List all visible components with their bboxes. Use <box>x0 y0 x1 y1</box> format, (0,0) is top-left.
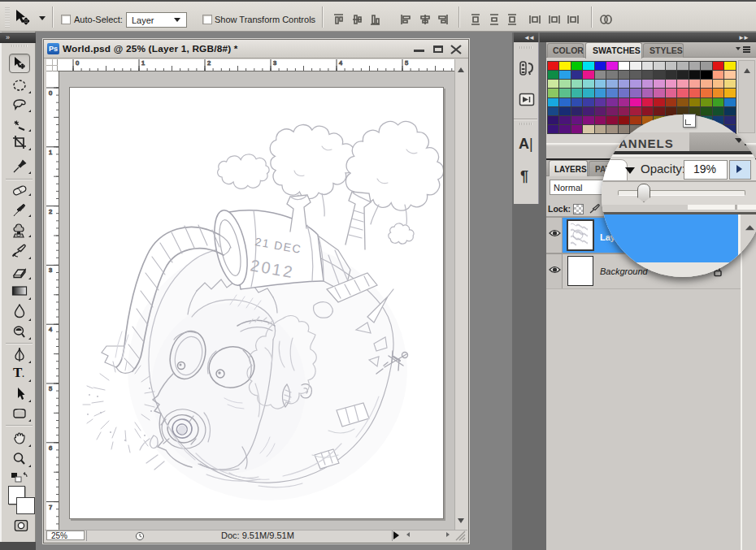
svg-text:4: 4 <box>339 59 342 67</box>
svg-text:3: 3 <box>273 59 276 67</box>
svg-text:6: 6 <box>49 444 52 452</box>
svg-text:0: 0 <box>76 59 79 67</box>
svg-text:5: 5 <box>49 385 52 392</box>
svg-text:3: 3 <box>49 266 52 274</box>
svg-text:1: 1 <box>141 59 145 67</box>
svg-text:7: 7 <box>49 504 52 511</box>
svg-text:0: 0 <box>49 89 52 97</box>
svg-text:1: 1 <box>49 149 52 156</box>
svg-text:2: 2 <box>49 208 52 215</box>
svg-text:4: 4 <box>49 326 52 333</box>
svg-text:5: 5 <box>405 59 408 67</box>
svg-text:2: 2 <box>207 59 211 67</box>
